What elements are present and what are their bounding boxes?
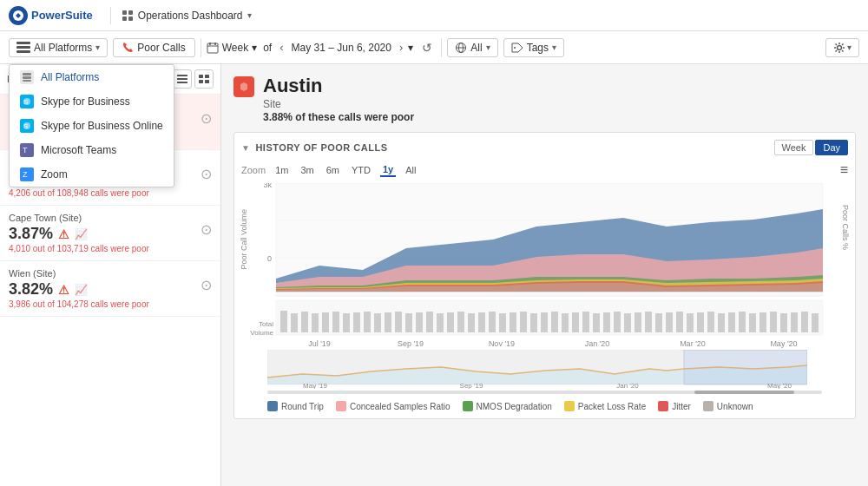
svg-rect-6	[16, 46, 30, 49]
location-icon	[233, 76, 254, 97]
dropdown-item-all[interactable]: All Platforms	[10, 65, 174, 89]
svg-rect-81	[603, 312, 610, 332]
date-prev-arrow[interactable]: ‹	[278, 41, 285, 54]
collapse-icon[interactable]: ▼	[241, 143, 250, 153]
dropdown-label-skype-online: Skype for Business Online	[41, 120, 163, 132]
platform-icon-skype: S	[20, 95, 34, 108]
svg-text:Mar '20: Mar '20	[680, 339, 706, 348]
list-view-button[interactable]	[173, 69, 192, 89]
date-next-arrow[interactable]: ›	[398, 41, 404, 54]
tags-caret: ▾	[552, 43, 556, 52]
week-label[interactable]: Week	[222, 42, 248, 54]
svg-rect-76	[551, 312, 558, 332]
svg-rect-74	[530, 313, 537, 332]
zoom-1y[interactable]: 1y	[380, 163, 396, 177]
svg-rect-89	[687, 313, 694, 332]
zoom-6m[interactable]: 6m	[324, 164, 342, 176]
svg-rect-70	[489, 312, 496, 332]
svg-text:Jul '19: Jul '19	[308, 339, 331, 348]
refresh-button[interactable]: ↺	[422, 41, 432, 55]
svg-rect-7	[16, 50, 30, 53]
chart-menu-button[interactable]: ≡	[840, 162, 848, 178]
poor-calls-button[interactable]: Poor Calls	[113, 38, 194, 57]
zoom-bar: Zoom 1m 3m 6m YTD 1y All ≡	[241, 162, 848, 178]
zoom-1m[interactable]: 1m	[273, 164, 291, 176]
svg-text:Sep '19: Sep '19	[460, 382, 483, 389]
legend-label-round-trip: Round Trip	[281, 402, 324, 411]
dropdown-item-teams[interactable]: T Microsoft Teams	[10, 138, 174, 162]
site-nav-wien[interactable]: ⊙	[201, 277, 212, 293]
site-item-capetown[interactable]: Cape Town (Site) 3.87% ⚠ 📈 4,010 out of …	[0, 206, 220, 261]
legend-jitter: Jitter	[658, 401, 691, 411]
svg-text:May '19: May '19	[303, 382, 327, 389]
svg-rect-1	[122, 10, 127, 15]
content-header: Austin Site 3.88% of these calls were po…	[233, 75, 856, 123]
svg-rect-93	[728, 312, 735, 332]
legend-dot-unknown	[703, 401, 713, 411]
svg-rect-99	[791, 312, 798, 332]
toggle-week-button[interactable]: Week	[774, 140, 814, 155]
site-nav-capetown[interactable]: ⊙	[201, 221, 212, 238]
platform-icon-teams: T	[20, 143, 34, 157]
svg-rect-30	[205, 75, 209, 78]
svg-rect-2	[128, 10, 133, 15]
dashboard-nav[interactable]: Operations Dashboard ▾	[118, 10, 255, 22]
site-nav-austin[interactable]: ⊙	[201, 110, 212, 127]
svg-rect-63	[416, 312, 423, 332]
svg-rect-56	[343, 313, 350, 332]
dropdown-label-all: All Platforms	[41, 71, 99, 83]
dropdown-item-skype-online[interactable]: S Skype for Business Online	[10, 114, 174, 138]
chart-wrapper: Poor Call Volume Poor Calls % 3k	[241, 183, 848, 394]
svg-rect-60	[385, 312, 391, 332]
zoom-all[interactable]: All	[403, 164, 418, 176]
tags-label: Tags	[527, 42, 549, 54]
all-button[interactable]: All ▾	[447, 38, 497, 57]
svg-rect-5	[16, 42, 30, 44]
svg-rect-54	[322, 312, 329, 332]
week-selector: Week ▾ of ‹ May 31 – Jun 6, 2020 › ▾	[207, 41, 414, 54]
platform-button[interactable]: All Platforms ▾	[9, 38, 108, 57]
tags-button[interactable]: Tags ▾	[503, 38, 564, 57]
svg-rect-78	[572, 312, 579, 332]
site-nav-riyadh[interactable]: ⊙	[201, 166, 212, 182]
svg-text:S: S	[23, 122, 28, 130]
stat-suffix: of these calls were poor	[293, 111, 414, 123]
site-subtext-wien: 3,986 out of 104,278 calls were poor	[9, 299, 149, 309]
chart-toggle: Week Day	[774, 140, 848, 155]
svg-rect-69	[478, 312, 485, 332]
svg-rect-100	[801, 312, 808, 332]
svg-rect-80	[593, 313, 600, 332]
site-item-wien[interactable]: Wien (Site) 3.82% ⚠ 📈 3,986 out of 104,2…	[0, 261, 220, 317]
navigator-chart: May '19 Sep '19 Jan '20 May '20	[267, 350, 822, 394]
zoom-ytd[interactable]: YTD	[349, 164, 373, 176]
legend-concealed: Concealed Samples Ratio	[336, 401, 450, 411]
legend-label-nmos: NMOS Degradation	[477, 402, 552, 411]
grid-view-button[interactable]	[194, 69, 214, 89]
zoom-3m[interactable]: 3m	[298, 164, 316, 176]
toolbar-sep-1	[201, 38, 201, 57]
site-percent-value-capetown: 3.87%	[9, 225, 53, 243]
toggle-day-button[interactable]: Day	[815, 140, 848, 155]
svg-text:Z: Z	[23, 170, 28, 179]
dashboard-label: Operations Dashboard	[138, 10, 243, 22]
dashboard-caret: ▾	[247, 10, 252, 20]
dropdown-item-zoom[interactable]: Z Zoom	[10, 162, 174, 187]
logo-icon	[9, 6, 28, 25]
svg-rect-72	[510, 312, 516, 332]
gear-button[interactable]: ▾	[825, 38, 859, 57]
svg-rect-68	[468, 313, 475, 332]
svg-rect-4	[128, 16, 133, 21]
site-subtext-riyadh: 4,206 out of 108,948 calls were poor	[9, 188, 149, 198]
legend-label-unknown: Unknown	[717, 402, 753, 411]
site-percent-capetown: 3.87% ⚠ 📈	[9, 225, 149, 243]
scrollbar-thumb[interactable]	[694, 391, 794, 394]
svg-text:3k: 3k	[263, 183, 272, 189]
chart-title-text: HISTORY OF POOR CALLS	[255, 142, 387, 153]
dropdown-item-skype-biz[interactable]: S Skype for Business	[10, 89, 174, 114]
svg-rect-26	[177, 75, 187, 76]
site-percent-wien: 3.82% ⚠ 📈	[9, 280, 149, 299]
legend-dot-round-trip	[267, 401, 278, 411]
svg-text:S: S	[23, 98, 28, 106]
platform-icon-skype-online: S	[20, 119, 34, 133]
svg-rect-3	[122, 16, 127, 21]
